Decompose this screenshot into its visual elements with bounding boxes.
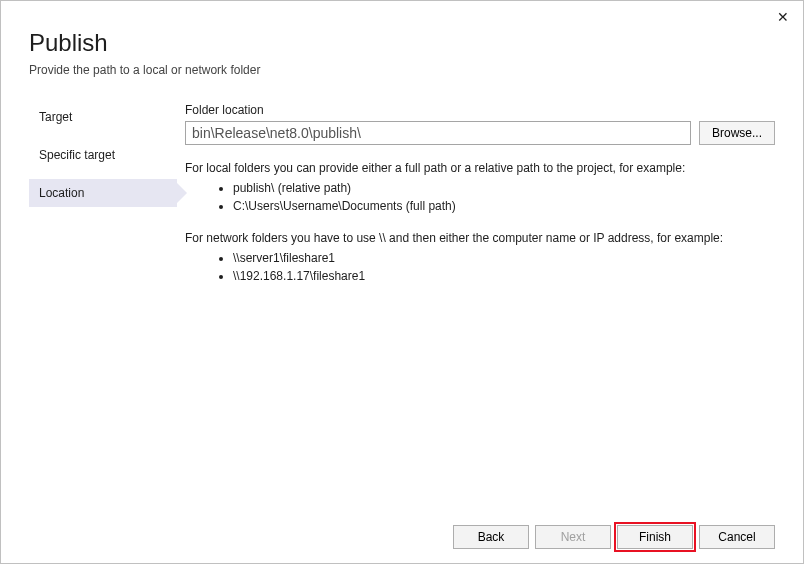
page-title: Publish — [29, 29, 775, 57]
folder-location-input[interactable] — [185, 121, 691, 145]
sidebar-item-location[interactable]: Location — [29, 179, 177, 207]
main-content: Folder location Browse... For local fold… — [177, 103, 775, 299]
help-network-example: \\192.168.1.17\fileshare1 — [233, 267, 775, 285]
page-subtitle: Provide the path to a local or network f… — [29, 63, 775, 77]
wizard-steps-sidebar: Target Specific target Location — [29, 103, 177, 299]
sidebar-item-target[interactable]: Target — [29, 103, 177, 131]
dialog-footer: Back Next Finish Cancel — [1, 511, 803, 563]
help-local-example: publish\ (relative path) — [233, 179, 775, 197]
browse-button[interactable]: Browse... — [699, 121, 775, 145]
sidebar-item-label: Target — [39, 110, 72, 124]
next-button: Next — [535, 525, 611, 549]
sidebar-item-label: Location — [39, 186, 84, 200]
finish-button[interactable]: Finish — [617, 525, 693, 549]
help-text: For local folders you can provide either… — [185, 159, 775, 285]
help-local-intro: For local folders you can provide either… — [185, 159, 775, 177]
folder-location-label: Folder location — [185, 103, 775, 117]
help-network-intro: For network folders you have to use \\ a… — [185, 229, 775, 247]
help-local-example: C:\Users\Username\Documents (full path) — [233, 197, 775, 215]
cancel-button[interactable]: Cancel — [699, 525, 775, 549]
sidebar-item-specific-target[interactable]: Specific target — [29, 141, 177, 169]
help-network-example: \\server1\fileshare1 — [233, 249, 775, 267]
sidebar-item-label: Specific target — [39, 148, 115, 162]
back-button[interactable]: Back — [453, 525, 529, 549]
dialog-header: Publish Provide the path to a local or n… — [1, 1, 803, 85]
close-icon[interactable]: ✕ — [773, 7, 793, 27]
